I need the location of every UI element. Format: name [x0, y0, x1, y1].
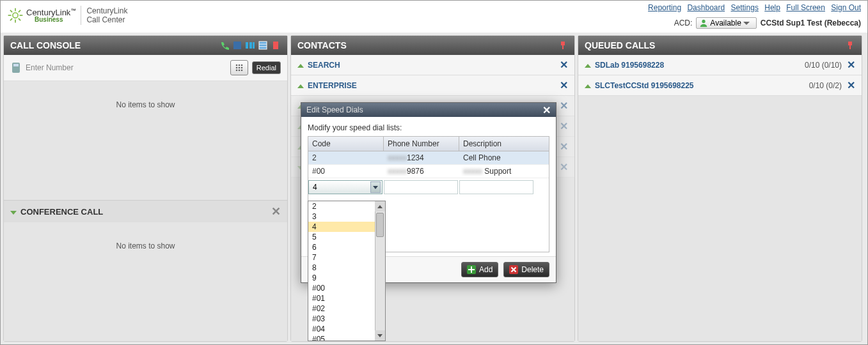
svg-point-21 [239, 65, 241, 66]
cell-desc: xxxxx Support [459, 165, 535, 178]
queue-row-1[interactable]: SDLab 9195698228 0/10 (0/10)✕ [578, 55, 862, 75]
contacts-enterprise-row[interactable]: ENTERPRISE ✕ [291, 75, 574, 96]
svg-rect-17 [273, 42, 278, 49]
person-icon [699, 19, 708, 27]
close-icon[interactable]: ✕ [560, 161, 568, 173]
link-fullscreen[interactable]: Full Screen [786, 3, 825, 12]
callwaiting-icon[interactable] [232, 40, 242, 50]
code-select-value: 4 [313, 183, 317, 192]
phone-suffix: 9876 [407, 167, 424, 176]
user-name: CCStd Sup1 Test (Rebecca) [761, 19, 861, 27]
dropdown-option[interactable]: #01 [308, 293, 375, 303]
link-help[interactable]: Help [764, 3, 780, 12]
close-icon[interactable]: ✕ [560, 100, 568, 112]
svg-rect-31 [848, 42, 852, 45]
svg-rect-29 [561, 42, 565, 45]
history-icon[interactable] [258, 40, 268, 50]
dropdown-option[interactable]: #05 [308, 334, 375, 341]
contacts-title: CONTACTS [297, 40, 347, 50]
product-name: CenturyLink Call Center [86, 6, 127, 24]
close-icon[interactable]: ✕ [560, 79, 568, 91]
col-code[interactable]: Code [308, 137, 384, 151]
chevron-down-icon [370, 181, 381, 193]
dropdown-option[interactable]: 7 [308, 252, 375, 263]
queue-row-2[interactable]: SLCTestCCStd 9195698225 0/10 (0/2)✕ [578, 75, 862, 96]
call-console-panel: CALL CONSOLE Enter Number Redial No item… [3, 35, 288, 342]
svg-point-0 [13, 13, 18, 18]
delete-button[interactable]: Delete [503, 262, 549, 277]
filter-icon[interactable] [845, 40, 855, 50]
dropdown-option[interactable]: 3 [308, 211, 375, 222]
grid-row[interactable]: #00 xxxxx9876 xxxxx Support [308, 165, 549, 178]
close-icon[interactable]: ✕ [847, 59, 855, 71]
expand-icon [585, 84, 591, 88]
dropdown-option[interactable]: #00 [308, 283, 375, 293]
contacts-search-row[interactable]: SEARCH ✕ [291, 55, 574, 75]
dropdown-option[interactable]: 9 [308, 273, 375, 283]
queued-filler [578, 96, 862, 341]
add-button[interactable]: Add [461, 262, 498, 277]
grid-row[interactable]: 2 xxxxx1234 Cell Phone [308, 151, 549, 165]
blurred-text: xxxxx [388, 167, 407, 176]
code-select[interactable]: 4 [308, 180, 383, 194]
transfer-icon[interactable] [245, 40, 255, 50]
close-icon[interactable]: ✕ [542, 104, 551, 116]
dialog-title: Edit Speed Dials [306, 105, 363, 114]
svg-point-28 [241, 70, 243, 72]
filter-icon[interactable] [558, 40, 568, 50]
dropdown-option[interactable]: 2 [308, 201, 375, 211]
code-dropdown[interactable]: 2 3 4 5 6 7 8 9 #00 #01 #02 #03 #04 #05 [308, 201, 386, 341]
product-line1: CenturyLink [86, 6, 127, 15]
dialog-titlebar[interactable]: Edit Speed Dials ✕ [301, 103, 556, 117]
scroll-up-icon[interactable] [375, 201, 385, 211]
phone-input[interactable] [384, 180, 458, 194]
desc-input[interactable] [459, 180, 533, 194]
dialpad-button[interactable] [230, 60, 248, 75]
top-links: Reporting Dashboard Settings Help Full S… [644, 3, 861, 12]
link-settings[interactable]: Settings [731, 3, 759, 12]
trace-icon[interactable] [271, 40, 281, 50]
brand-text: CenturyLink™ Business [26, 8, 75, 23]
autoanswer-icon[interactable] [219, 40, 230, 50]
blurred-text: xxxxx [388, 153, 407, 162]
dropdown-option[interactable]: #04 [308, 324, 375, 334]
dropdown-option[interactable]: 4 [308, 222, 375, 232]
conf-filler [4, 270, 287, 341]
dropdown-option[interactable]: 8 [308, 263, 375, 273]
dropdown-option[interactable]: #03 [308, 314, 375, 324]
close-icon[interactable]: ✕ [560, 141, 568, 153]
col-phone[interactable]: Phone Number [384, 137, 459, 151]
close-icon[interactable]: ✕ [560, 59, 568, 71]
link-reporting[interactable]: Reporting [648, 3, 681, 12]
svg-line-7 [19, 10, 20, 12]
cell-code: #00 [308, 165, 384, 178]
cell-phone: xxxxx9876 [384, 165, 459, 178]
dropdown-option[interactable]: 6 [308, 242, 375, 252]
svg-line-8 [10, 19, 12, 20]
queue-count: 0/10 (0/2) [809, 81, 842, 90]
svg-point-24 [239, 67, 241, 69]
svg-point-26 [236, 70, 238, 72]
enter-number-input[interactable]: Enter Number [26, 63, 226, 72]
plus-icon [467, 265, 476, 274]
col-desc[interactable]: Description [459, 137, 535, 151]
link-dashboard[interactable]: Dashboard [687, 3, 725, 12]
scroll-thumb[interactable] [376, 213, 384, 237]
close-icon[interactable]: ✕ [847, 79, 855, 91]
cell-code: 2 [308, 151, 384, 164]
acd-status-select[interactable]: Available [696, 17, 756, 29]
acd-label: ACD: [674, 19, 693, 27]
scroll-down-icon[interactable] [375, 330, 385, 341]
close-icon[interactable]: ✕ [560, 120, 568, 132]
link-signout[interactable]: Sign Out [831, 3, 861, 12]
dropdown-option[interactable]: #02 [308, 303, 375, 314]
dropdown-option[interactable]: 5 [308, 232, 375, 242]
add-label: Add [479, 265, 493, 274]
conference-header[interactable]: CONFERENCE CALL ✕ [4, 200, 287, 222]
dialog-instruction: Modify your speed dial lists: [308, 123, 549, 132]
close-icon[interactable]: ✕ [271, 204, 281, 218]
scrollbar[interactable] [375, 201, 385, 341]
dial-row: Enter Number Redial [4, 55, 287, 81]
queue-count: 0/10 (0/10) [805, 61, 842, 70]
redial-button[interactable]: Redial [252, 61, 281, 74]
